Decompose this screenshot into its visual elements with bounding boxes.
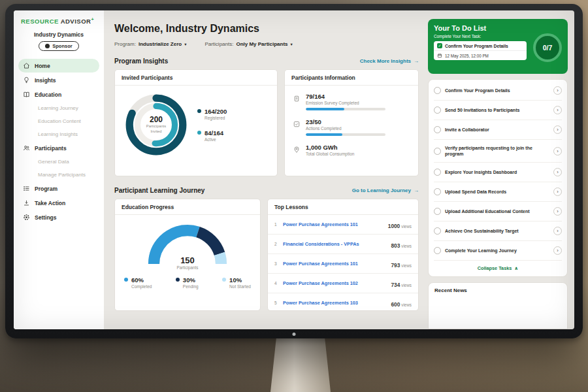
card-title: Education Progress <box>115 199 260 215</box>
check-more-insights-link[interactable]: Check More Insights → <box>360 58 419 64</box>
go-to-learning-journey-link[interactable]: Go to Learning Journey → <box>352 188 419 193</box>
next-task-row[interactable]: ✓ Confirm Your Program Details <box>434 41 527 51</box>
chevron-right-icon[interactable]: › <box>553 168 562 176</box>
program-insights-cards: Invited Participants 200 <box>114 69 419 176</box>
lesson-row: 3 Power Purchase Agreements 101 793views <box>268 254 418 274</box>
learning-journey-cards: Education Progress 150 Particip <box>114 199 419 311</box>
participants-filter-label: Participants: <box>204 41 233 47</box>
task-checkbox[interactable] <box>434 87 441 94</box>
recent-news-card: Recent News <box>428 282 568 329</box>
lesson-link[interactable]: Power Purchase Agreements 101 <box>283 221 384 227</box>
progress-bar <box>306 108 385 110</box>
legend-dot <box>197 109 201 113</box>
task-checkbox[interactable] <box>434 148 441 155</box>
sponsor-icon <box>45 44 50 48</box>
participants-information-card: Participants Information 79/164 Emission… <box>284 69 419 176</box>
dashboard-screen: RESOURCE ADVISOR+ Industry Dynamics Spon… <box>14 10 574 329</box>
sidebar-item-learning-journey[interactable]: Learning Journey <box>18 102 99 114</box>
education-progress-gauge-chart: 150 Participants <box>144 219 231 271</box>
list-icon <box>23 185 30 192</box>
task-row[interactable]: Verify participants requesting to join t… <box>434 140 562 163</box>
gear-icon <box>23 214 30 221</box>
task-row[interactable]: Explore Your Insights Dashboard › <box>434 163 562 182</box>
monitor: RESOURCE ADVISOR+ Industry Dynamics Spon… <box>5 4 583 338</box>
sidebar-item-learning-insights[interactable]: Learning Insights <box>18 128 99 140</box>
sidebar-item-general-data[interactable]: General Data <box>18 155 99 168</box>
lightbulb-icon <box>23 76 30 84</box>
lesson-row: 1 Power Purchase Agreements 101 1000view… <box>268 215 418 235</box>
card-title: Invited Participants <box>115 70 277 86</box>
task-checkbox[interactable] <box>434 106 441 114</box>
sidebar-item-take-action[interactable]: Take Action <box>18 196 99 210</box>
program-filter-label: Program: <box>114 41 136 47</box>
recent-news-title: Recent News <box>434 287 467 293</box>
sidebar-item-label: Manage Participants <box>38 172 86 178</box>
lesson-link[interactable]: Financial Considerations - VPPAs <box>283 241 387 247</box>
sidebar-item-insights[interactable]: Insights <box>18 73 99 87</box>
lesson-link[interactable]: Power Purchase Agreements 103 <box>283 300 387 306</box>
chevron-right-icon[interactable]: › <box>553 207 562 216</box>
task-row[interactable]: Upload Spend Data Records › <box>434 182 562 202</box>
legend-item-completed: 60% Completed <box>124 276 152 289</box>
donut-center-label: Participants Invited <box>146 124 166 135</box>
sidebar: RESOURCE ADVISOR+ Industry Dynamics Spon… <box>14 10 104 329</box>
task-row[interactable]: Send 50 Invitations to Participants › <box>434 101 562 120</box>
education-progress-card: Education Progress 150 Particip <box>114 199 261 311</box>
chevron-right-icon[interactable]: › <box>553 227 562 235</box>
people-icon <box>23 144 30 152</box>
donut-center-value: 200 <box>150 115 163 124</box>
chevron-right-icon[interactable]: › <box>553 147 562 155</box>
sidebar-nav: Home Insights Education Learning Journey… <box>14 58 104 225</box>
task-row[interactable]: Complete Your Learning Journey › <box>434 241 562 261</box>
org-name: Industry Dynamics <box>14 31 104 38</box>
task-row[interactable]: Upload Additional Educational Content › <box>434 202 562 221</box>
task-checkbox[interactable] <box>434 188 441 195</box>
next-task-label: Confirm Your Program Details <box>445 44 508 48</box>
task-checkbox[interactable] <box>434 247 441 254</box>
donut-legend: 164/200 Registered 84/164 Active <box>197 108 227 142</box>
chevron-right-icon[interactable]: › <box>553 86 562 95</box>
todo-task-list: Confirm Your Program Details › Send 50 I… <box>428 79 568 277</box>
card-title: Participants Information <box>285 70 418 86</box>
task-checkbox[interactable] <box>434 208 441 215</box>
task-checkbox[interactable] <box>434 169 441 176</box>
lesson-link[interactable]: Power Purchase Agreements 101 <box>283 261 387 267</box>
task-row[interactable]: Invite a Collaborator › <box>434 120 562 140</box>
sponsor-badge[interactable]: Sponsor <box>39 41 78 51</box>
checkbox-checked-icon: ✓ <box>437 43 442 48</box>
sidebar-item-home[interactable]: Home <box>18 59 99 73</box>
sidebar-item-settings[interactable]: Settings <box>18 210 99 224</box>
gauge-legend: 60% Completed 30% Pending <box>122 271 253 289</box>
sidebar-item-education[interactable]: Education <box>18 88 99 101</box>
download-icon <box>23 199 30 206</box>
program-filter[interactable]: Program: Industrialize Zero ▾ <box>114 41 186 47</box>
sidebar-item-manage-participants[interactable]: Manage Participants <box>18 169 99 181</box>
map-pin-icon <box>293 144 301 152</box>
sidebar-item-education-content[interactable]: Education Content <box>18 115 99 127</box>
section-title-program-insights: Program Insights <box>114 57 168 65</box>
home-icon <box>23 62 30 69</box>
task-checkbox[interactable] <box>434 227 441 235</box>
sidebar-item-participants[interactable]: Participants <box>18 141 99 155</box>
task-row[interactable]: Achieve One Sustainability Target › <box>434 221 562 241</box>
check-square-icon <box>293 119 301 127</box>
collapse-tasks-link[interactable]: Collapse Tasks ∧ <box>434 261 562 275</box>
arrow-right-icon: → <box>414 188 419 193</box>
chevron-right-icon[interactable]: › <box>553 188 562 196</box>
sidebar-item-label: Program <box>35 186 57 192</box>
lesson-row: 2 Financial Considerations - VPPAs 803vi… <box>268 235 418 254</box>
task-row[interactable]: Confirm Your Program Details › <box>434 81 562 101</box>
participants-filter[interactable]: Participants: Only My Participants ▾ <box>204 41 292 47</box>
app-logo: RESOURCE ADVISOR+ <box>14 17 104 25</box>
legend-dot <box>197 131 201 135</box>
emission-survey-stat: 79/164 Emission Survey Completed <box>293 93 410 110</box>
chevron-right-icon[interactable]: › <box>553 246 562 255</box>
sidebar-item-program[interactable]: Program <box>18 182 99 195</box>
global-consumption-stat: 1,000 GWh Total Global Consumption <box>293 144 410 156</box>
chevron-right-icon[interactable]: › <box>553 106 562 114</box>
sidebar-item-label: General Data <box>38 159 69 165</box>
chevron-right-icon[interactable]: › <box>553 125 562 134</box>
sidebar-item-label: Learning Insights <box>38 131 78 137</box>
task-checkbox[interactable] <box>434 126 441 133</box>
lesson-link[interactable]: Power Purchase Agreements 102 <box>283 280 387 286</box>
